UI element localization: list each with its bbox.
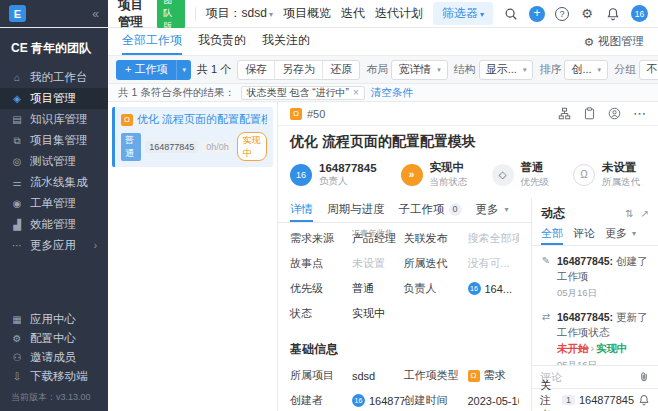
member-icon[interactable] <box>608 107 621 120</box>
work-item-card-selected[interactable]: Ω 优化 流程页面的配置配置模块 普通 164877845 0h/0h 实现中 <box>112 107 273 167</box>
sidebar-item-download-mobile[interactable]: ⇩下载移动端 <box>0 367 108 386</box>
field-value-project[interactable]: sdsd <box>352 363 404 388</box>
settings-gear-icon[interactable]: ⚙ <box>579 6 595 22</box>
tab-activity-comments[interactable]: 评论 <box>573 224 595 245</box>
group-select[interactable]: 不...▾ <box>639 60 658 80</box>
field-grid: 需求来源 CE青年收集产品经理 关联发布 搜索全部项... 故事点 未设置 所属… <box>278 223 531 326</box>
clipboard-icon[interactable] <box>583 107 596 120</box>
tab-cycle-progress[interactable]: 周期与进度 <box>327 198 385 222</box>
field-value-sprint[interactable]: 没有可... <box>468 251 520 276</box>
basic-info-grid: 所属项目 sdsd 工作项类型 Ω需求 创建者 161648778... 创建时… <box>278 360 531 411</box>
assignee-badge: 164877845 <box>145 141 198 153</box>
field-value-status[interactable]: 实现中 <box>352 301 404 326</box>
nav-sprint-plan[interactable]: 迭代计划 <box>375 5 423 22</box>
tab-my-followed[interactable]: 我关注的 <box>262 28 310 55</box>
structure-select[interactable]: 显示...▾ <box>479 60 534 80</box>
logo-block: E « <box>0 0 108 27</box>
sidebar-collapse-icon[interactable]: « <box>92 7 99 21</box>
follow-bell-icon[interactable] <box>638 394 650 406</box>
apps-icon: ▦ <box>11 314 23 325</box>
attr-status[interactable]: » 实现中当前状态 <box>401 160 468 189</box>
tab-sub-items[interactable]: 子工作项0 <box>399 198 462 222</box>
clear-conditions-link[interactable]: 清空条件 <box>371 86 413 100</box>
group-combo: 分组 不...▾ <box>614 60 658 80</box>
revert-button[interactable]: 还原 <box>322 61 359 79</box>
person-add-icon: ⚇ <box>11 352 23 363</box>
help-icon[interactable]: ? <box>555 7 569 21</box>
hierarchy-icon[interactable] <box>558 107 571 120</box>
toolbar-right: 保存 另存为 还原 布局 宽详情▾ 结构 显示...▾ 排序 创...▾ 分 <box>237 60 658 80</box>
sidebar-item-workbench[interactable]: ⌂我的工作台 <box>0 67 108 88</box>
attr-sprint[interactable]: Ω 未设置所属迭代 <box>573 160 640 189</box>
field-value-story-point[interactable]: 未设置 <box>352 251 404 276</box>
search-icon[interactable] <box>503 6 519 22</box>
card-title[interactable]: 优化 流程页面的配置配置模块 <box>137 112 267 127</box>
card-title-row: Ω 优化 流程页面的配置配置模块 <box>121 112 267 127</box>
nav-filters-active[interactable]: 筛选器▾ <box>433 2 493 25</box>
nav-sprint[interactable]: 迭代 <box>341 5 365 22</box>
field-label-priority: 优先级 <box>290 276 352 301</box>
sidebar-item-test[interactable]: ◎测试管理 <box>0 151 108 172</box>
filter-chip[interactable]: 状态类型 包含 “进行中”× <box>241 86 365 100</box>
expand-icon[interactable]: ↗ <box>641 208 649 219</box>
field-label-project: 所属项目 <box>290 363 352 388</box>
status-change-icon: ⇄ <box>540 310 552 365</box>
add-work-item-button[interactable]: + 工作项 ▾ <box>116 60 191 80</box>
save-button[interactable]: 保存 <box>238 61 274 79</box>
app-logo[interactable]: E <box>9 5 26 22</box>
sidebar-item-more-apps[interactable]: ⋯更多应用› <box>0 235 108 256</box>
tab-my-assigned[interactable]: 我负责的 <box>198 28 246 55</box>
feed-user[interactable]: 164877845: <box>557 255 613 267</box>
sidebar-item-config-center[interactable]: ⚙配置中心 <box>0 329 108 348</box>
sidebar-item-invite-member[interactable]: ⚇邀请成员 <box>0 348 108 367</box>
attachment-paperclip-icon[interactable] <box>638 371 650 383</box>
project-selector[interactable]: 项目：sdsd▾ <box>206 5 273 22</box>
field-label-sprint: 所属迭代 <box>404 251 468 276</box>
group-label: 分组 <box>614 62 636 77</box>
field-value-assignee[interactable]: 16164... <box>468 276 520 301</box>
work-item-title[interactable]: 优化 流程页面的配置配置模块 <box>278 126 658 156</box>
activity-feed: ✎ 164877845: 创建了工作项 05月16日 ⇄ 164877845: … <box>532 246 658 365</box>
view-manage-button[interactable]: ⚙视图管理 <box>584 34 644 49</box>
gear-icon: ⚙ <box>584 35 594 49</box>
feed-user[interactable]: 164877845: <box>557 311 613 323</box>
top-bar: E « 项目管理 团队版 项目：sdsd▾ 项目概览 迭代 迭代计划 筛选器▾ … <box>0 0 658 28</box>
notification-bell-icon[interactable] <box>605 6 621 22</box>
attr-assignee[interactable]: 16 164877845负责人 <box>290 162 377 188</box>
sidebar-item-program[interactable]: ⧉项目集管理 <box>0 130 108 151</box>
work-item-id[interactable]: #50 <box>307 108 325 120</box>
tab-activity-more[interactable]: 更多▾ <box>605 224 636 245</box>
close-icon[interactable]: × <box>353 87 359 98</box>
field-value-type[interactable]: Ω需求 <box>468 363 520 388</box>
follower-name[interactable]: 164877845 <box>579 394 634 406</box>
layout-select[interactable]: 宽详情▾ <box>391 60 448 80</box>
field-value-priority[interactable]: 普通 <box>352 276 404 301</box>
tab-activity-all[interactable]: 全部 <box>541 224 563 245</box>
user-avatar[interactable]: 16 <box>631 5 648 22</box>
sidebar-item-performance[interactable]: ▟效能管理 <box>0 214 108 235</box>
team-name[interactable]: CE 青年的团队 <box>0 36 108 67</box>
tab-details[interactable]: 详情 <box>290 198 313 222</box>
chart-icon: ▟ <box>11 219 23 230</box>
field-value-release[interactable]: 搜索全部项... <box>468 226 520 251</box>
tab-all-work-items[interactable]: 全部工作项 <box>122 28 182 55</box>
more-icon[interactable]: ⋯ <box>633 106 646 121</box>
sidebar-item-pipeline[interactable]: ⚌流水线集成 <box>0 172 108 193</box>
activity-tabs: 全部 评论 更多▾ <box>532 224 658 246</box>
create-button[interactable]: + <box>529 6 545 22</box>
save-as-button[interactable]: 另存为 <box>274 61 322 79</box>
sidebar-item-app-center[interactable]: ▦应用中心 <box>0 310 108 329</box>
tab-more[interactable]: 更多▾ <box>476 198 509 222</box>
target-icon: ◎ <box>11 156 23 167</box>
sidebar-item-ticket[interactable]: ◉工单管理 <box>0 193 108 214</box>
sidebar-item-wiki[interactable]: ▤知识库管理 <box>0 109 108 130</box>
field-label-release: 关联发布 <box>404 226 468 251</box>
sort-order-icon[interactable]: ⇅ <box>625 208 633 219</box>
field-value-req-source[interactable]: CE青年收集产品经理 <box>352 226 404 251</box>
attr-priority[interactable]: ◇ 普通优先级 <box>492 160 550 189</box>
field-value-creator[interactable]: 161648778... <box>352 388 404 411</box>
sidebar-item-project-management[interactable]: ◈项目管理 <box>0 88 108 109</box>
filter-result-text: 共 1 条符合条件的结果： <box>118 86 235 100</box>
sort-select[interactable]: 创...▾ <box>564 60 608 80</box>
nav-project-overview[interactable]: 项目概览 <box>283 5 331 22</box>
